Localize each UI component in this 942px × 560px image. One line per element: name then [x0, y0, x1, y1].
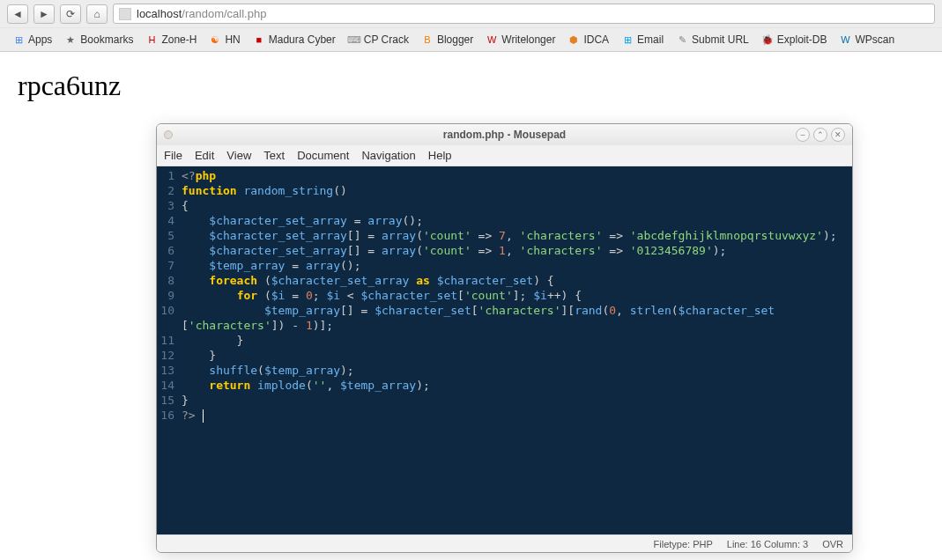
bookmark-label: Email	[637, 33, 664, 46]
bookmark-label: Writelonger	[501, 33, 555, 46]
code-line[interactable]: 13 shuffle($temp_array);	[157, 363, 852, 378]
menu-document[interactable]: Document	[297, 149, 349, 162]
bookmark-label: Exploit-DB	[777, 33, 827, 46]
bookmark-apps[interactable]: ⊞Apps	[7, 32, 57, 48]
home-button[interactable]: ⌂	[86, 4, 108, 24]
code-line[interactable]: 6 $character_set_array[] = array('count'…	[157, 243, 852, 258]
bookmark-submit-url[interactable]: ✎Submit URL	[671, 32, 754, 48]
menu-navigation[interactable]: Navigation	[361, 149, 415, 162]
menu-view[interactable]: View	[226, 149, 251, 162]
code-content: foreach ($character_set_array as $charac…	[182, 273, 852, 288]
bookmark-label: HN	[225, 33, 240, 46]
code-line[interactable]: 1<?php	[157, 168, 852, 183]
reload-button[interactable]: ⟳	[60, 4, 81, 24]
editor-menubar: FileEditViewTextDocumentNavigationHelp	[157, 145, 852, 166]
menu-help[interactable]: Help	[428, 149, 452, 162]
code-area[interactable]: 1<?php2function random_string()3{4 $char…	[157, 166, 852, 534]
bookmark-label: WPscan	[855, 33, 894, 46]
code-content: }	[182, 393, 852, 408]
bookmark-label: Madura Cyber	[269, 33, 336, 46]
bookmark-label: CP Crack	[364, 33, 409, 46]
url-bar[interactable]: localhost/random/call.php	[113, 4, 935, 24]
browser-chrome: ◄ ► ⟳ ⌂ localhost/random/call.php ⊞Apps★…	[0, 0, 942, 52]
editor-statusbar: Filetype: PHP Line: 16 Column: 3 OVR	[157, 534, 852, 552]
bookmark-idca[interactable]: ⬢IDCA	[562, 32, 614, 48]
bookmark-writelonger[interactable]: WWritelonger	[480, 32, 560, 48]
menu-file[interactable]: File	[164, 149, 182, 162]
navbar: ◄ ► ⟳ ⌂ localhost/random/call.php	[0, 0, 942, 27]
url-path: /random/call.php	[182, 7, 266, 20]
code-line[interactable]: 4 $character_set_array = array();	[157, 213, 852, 228]
bookmark-blogger[interactable]: BBlogger	[416, 32, 478, 48]
code-line[interactable]: 3{	[157, 198, 852, 213]
bookmark-cp-crack[interactable]: ⌨CP Crack	[343, 32, 414, 48]
code-content: }	[182, 333, 852, 348]
bookmark-label: IDCA	[583, 33, 609, 46]
bookmark-wpscan[interactable]: WWPscan	[834, 32, 900, 48]
code-content: {	[182, 198, 852, 213]
menu-text[interactable]: Text	[263, 149, 285, 162]
editor-window: random.php - Mousepad – ⌃ ✕ FileEditView…	[156, 123, 853, 553]
page-icon	[119, 8, 131, 20]
code-content: shuffle($temp_array);	[182, 363, 852, 378]
code-line[interactable]: 5 $character_set_array[] = array('count'…	[157, 228, 852, 243]
bookmark-icon: ☯	[209, 33, 221, 46]
code-content: function random_string()	[182, 183, 852, 198]
code-content: <?php	[182, 168, 852, 183]
random-string-output: rpca6unz	[18, 70, 924, 102]
bookmark-icon: W	[486, 33, 498, 46]
line-number: 10	[157, 303, 182, 318]
code-line[interactable]: ['characters']) - 1)];	[157, 318, 852, 333]
code-line[interactable]: 11 }	[157, 333, 852, 348]
code-line[interactable]: 15}	[157, 393, 852, 408]
code-line[interactable]: 12 }	[157, 348, 852, 363]
line-number: 11	[157, 333, 182, 348]
code-line[interactable]: 10 $temp_array[] = $character_set['chara…	[157, 303, 852, 318]
bookmark-email[interactable]: ⊞Email	[616, 32, 669, 48]
code-line[interactable]: 9 for ($i = 0; $i < $character_set['coun…	[157, 288, 852, 303]
bookmark-icon: W	[839, 33, 851, 46]
line-number: 4	[157, 213, 182, 228]
bookmark-icon: ⊞	[621, 33, 634, 46]
status-filetype: Filetype: PHP	[654, 539, 713, 549]
line-number: 7	[157, 258, 182, 273]
bookmark-icon: B	[421, 33, 434, 46]
page-content: rpca6unz	[0, 52, 942, 120]
bookmark-label: Bookmarks	[80, 33, 133, 46]
bookmark-madura-cyber[interactable]: ■Madura Cyber	[248, 32, 341, 48]
code-content: $temp_array = array();	[182, 258, 852, 273]
line-number: 1	[157, 168, 182, 183]
bookmark-exploit-db[interactable]: 🐞Exploit-DB	[756, 32, 833, 48]
code-line[interactable]: 7 $temp_array = array();	[157, 258, 852, 273]
bookmark-zone-h[interactable]: HZone-H	[140, 32, 202, 48]
code-line[interactable]: 14 return implode('', $temp_array);	[157, 378, 852, 393]
bookmark-icon: ⬢	[567, 33, 580, 46]
code-line[interactable]: 16?>	[157, 408, 852, 423]
back-button[interactable]: ◄	[7, 4, 28, 24]
bookmark-label: Apps	[28, 33, 52, 46]
line-number	[157, 318, 182, 333]
bookmark-icon: ■	[253, 33, 265, 46]
bookmark-bookmarks[interactable]: ★Bookmarks	[59, 32, 138, 48]
code-line[interactable]: 8 foreach ($character_set_array as $char…	[157, 273, 852, 288]
code-line[interactable]: 2function random_string()	[157, 183, 852, 198]
code-content: return implode('', $temp_array);	[182, 378, 852, 393]
line-number: 16	[157, 408, 182, 423]
code-content: $character_set_array = array();	[182, 213, 852, 228]
url-host: localhost	[137, 7, 182, 20]
bookmark-icon: ✎	[676, 33, 688, 46]
status-position: Line: 16 Column: 3	[727, 539, 808, 549]
code-content: $character_set_array[] = array('count' =…	[182, 243, 852, 258]
line-number: 3	[157, 198, 182, 213]
bookmark-icon: ★	[64, 33, 77, 46]
line-number: 6	[157, 243, 182, 258]
editor-titlebar[interactable]: random.php - Mousepad – ⌃ ✕	[157, 124, 852, 145]
line-number: 8	[157, 273, 182, 288]
menu-edit[interactable]: Edit	[195, 149, 214, 162]
bookmark-label: Zone-H	[161, 33, 197, 46]
bookmark-hn[interactable]: ☯HN	[204, 32, 245, 48]
bookmark-icon: ⊞	[12, 33, 25, 46]
forward-button[interactable]: ►	[33, 4, 55, 24]
line-number: 15	[157, 393, 182, 408]
line-number: 5	[157, 228, 182, 243]
